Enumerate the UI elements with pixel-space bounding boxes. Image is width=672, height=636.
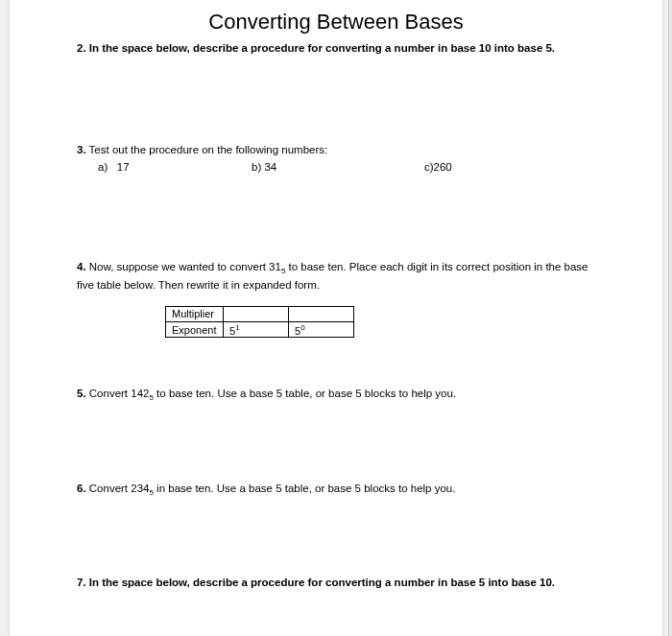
q3-item-a: a) 17 [98,161,252,173]
exp2-power: 0 [300,323,304,332]
question-3-items: a) 17 b) 34 c)260 [77,161,595,173]
question-4: 4. Now, suppose we wanted to convert 315… [77,259,595,293]
question-7: 7. In the space below, describe a proced… [77,575,595,590]
multiplier-cell-2 [289,306,354,321]
q3-text: Test out the procedure on the following … [89,144,328,155]
q4-number: 4. [77,261,86,272]
q3-item-b: b) 34 [252,161,424,173]
q6-text-part1: Convert 234 [89,483,150,494]
table-row-exponent: Exponent 51 50 [166,321,354,338]
q7-number: 7. [77,577,86,588]
q7-text: In the space below, describe a procedure… [89,577,555,588]
q6-number: 6. [77,483,86,494]
q2-text: In the space below, describe a procedure… [89,42,555,54]
exponent-cell-2: 50 [289,321,354,338]
table-row-multiplier: Multiplier [166,306,354,321]
base-five-table-wrap: Multiplier Exponent 51 50 [165,306,595,339]
page-title: Converting Between Bases [77,10,595,35]
question-3: 3. Test out the procedure on the followi… [77,142,595,157]
page-edge-shadow [668,0,672,636]
q3-a-label: a) [98,161,108,173]
q2-number: 2. [77,42,86,54]
question-5: 5. Convert 1425 to base ten. Use a base … [77,386,595,403]
exp1-power: 1 [235,323,239,332]
q6-text-part2: in base ten. Use a base 5 table, or base… [154,483,456,494]
exponent-label: Exponent [166,321,224,338]
question-2: 2. In the space below, describe a proced… [77,40,595,56]
exponent-cell-1: 51 [224,321,289,338]
q3-number: 3. [77,144,86,155]
multiplier-cell-1 [224,306,289,321]
q5-number: 5. [77,388,86,399]
base-five-table: Multiplier Exponent 51 50 [165,306,354,339]
q5-text-part1: Convert 142 [89,388,150,399]
q4-text-part1: Now, suppose we wanted to convert 31 [89,261,281,272]
q3-item-c: c)260 [424,161,452,173]
worksheet-page: Converting Between Bases 2. In the space… [10,0,662,636]
q5-text-part2: to base ten. Use a base 5 table, or base… [154,388,456,399]
multiplier-label: Multiplier [166,306,224,321]
q3-a-value: 17 [117,161,130,173]
question-6: 6. Convert 2345 in base ten. Use a base … [77,481,595,498]
